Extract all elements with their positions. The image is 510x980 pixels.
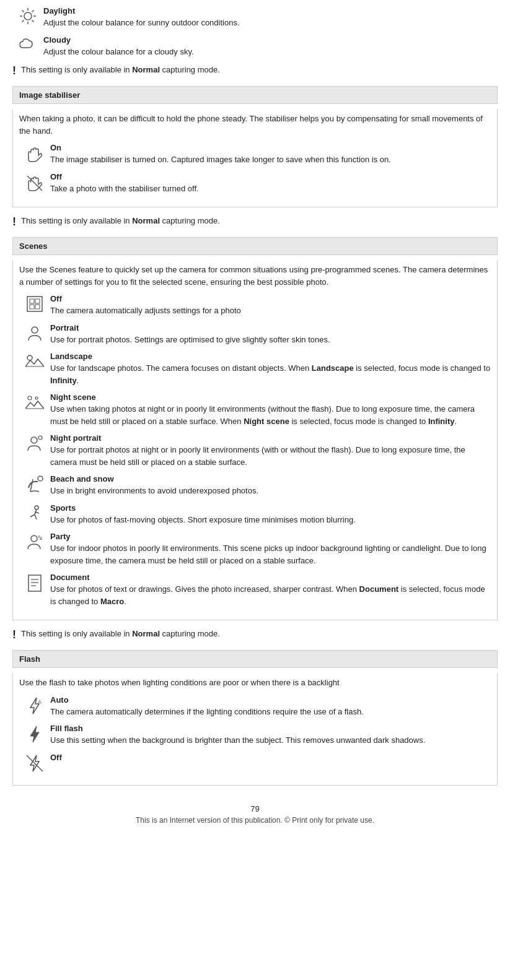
scene-off-icon — [19, 294, 50, 313]
scene-nightscene-desc: Use when taking photos at night or in po… — [50, 403, 491, 427]
svg-rect-34 — [29, 575, 41, 591]
flash-auto-item: A Auto The camera automatically determin… — [19, 695, 491, 718]
flash-off-content: Off — [50, 753, 491, 763]
note2-bold: Normal — [132, 216, 160, 225]
document-svg — [26, 574, 43, 592]
cloud-svg — [19, 37, 37, 51]
scene-landscape-title: Landscape — [50, 352, 491, 361]
svg-rect-13 — [30, 305, 34, 309]
svg-point-15 — [32, 327, 38, 333]
sports-svg — [25, 505, 44, 523]
flash-auto-svg: A — [25, 696, 44, 715]
nightscene-svg — [25, 394, 44, 412]
scene-off-svg — [26, 295, 43, 313]
scene-document-content: Document Use for photos of text or drawi… — [50, 573, 491, 607]
scene-document-title: Document — [50, 573, 491, 582]
note2-icon: ! — [12, 215, 16, 228]
svg-line-6 — [32, 20, 34, 22]
svg-point-21 — [31, 437, 37, 443]
flash-auto-title: Auto — [50, 695, 491, 705]
nightportrait-svg — [25, 435, 44, 453]
note3-icon: ! — [12, 628, 16, 641]
scene-portrait-icon — [19, 323, 50, 342]
scene-landscape-item: Landscape Use for landscape photos. The … — [19, 352, 491, 386]
cloud-icon — [12, 35, 43, 51]
note1-bold: Normal — [132, 65, 160, 74]
stabiliser-on-content: On The image stabiliser is turned on. Ca… — [50, 143, 491, 166]
svg-point-18 — [28, 396, 32, 400]
flash-fill-icon — [19, 724, 50, 744]
flash-body: Use the flash to take photos when lighti… — [12, 673, 498, 786]
scene-party-icon — [19, 532, 50, 552]
scene-nightportrait-icon — [19, 433, 50, 453]
stabiliser-on-item: On The image stabiliser is turned on. Ca… — [19, 143, 491, 166]
image-stabiliser-body: When taking a photo, it can be difficult… — [12, 109, 498, 207]
note1-icon: ! — [12, 64, 16, 77]
scene-nightportrait-content: Night portrait Use for portrait photos a… — [50, 433, 491, 468]
scene-beach-title: Beach and snow — [50, 474, 491, 483]
stabiliser-off-content: Off Take a photo with the stabiliser tur… — [50, 172, 491, 195]
svg-rect-14 — [35, 305, 40, 309]
note3: ! This setting is only available in Norm… — [12, 628, 498, 641]
image-stabiliser-header: Image stabiliser — [12, 86, 498, 104]
scene-landscape-desc: Use for landscape photos. The camera foc… — [50, 362, 491, 386]
daylight-item: Daylight Adjust the colour balance for s… — [12, 6, 498, 29]
scene-sports-desc: Use for photos of fast-moving objects. S… — [50, 514, 491, 526]
flash-desc: Use the flash to take photos when lighti… — [19, 677, 491, 689]
scene-document-desc: Use for photos of text or drawings. Give… — [50, 583, 491, 607]
page-number: 79 — [12, 804, 498, 813]
flash-off-title: Off — [50, 753, 491, 762]
scene-party-desc: Use for indoor photos in poorly lit envi… — [50, 542, 491, 566]
scene-nightportrait-item: Night portrait Use for portrait photos a… — [19, 433, 491, 468]
scene-sports-title: Sports — [50, 503, 491, 513]
cloudy-content: Cloudy Adjust the colour balance for a c… — [43, 35, 498, 58]
scene-beach-desc: Use in bright environments to avoid unde… — [50, 485, 491, 497]
svg-rect-12 — [35, 299, 40, 303]
daylight-title: Daylight — [43, 6, 498, 15]
image-stabiliser-desc: When taking a photo, it can be difficult… — [19, 113, 491, 137]
stabiliser-off-item: Off Take a photo with the stabiliser tur… — [19, 172, 491, 195]
scene-beach-item: Beach and snow Use in bright environment… — [19, 474, 491, 497]
svg-point-0 — [24, 12, 32, 20]
scene-nightscene-item: Night scene Use when taking photos at ni… — [19, 392, 491, 427]
scene-nightscene-content: Night scene Use when taking photos at ni… — [50, 392, 491, 427]
flash-off-item: Off — [19, 753, 491, 773]
flash-header: Flash — [12, 650, 498, 668]
scene-landscape-icon — [19, 352, 50, 370]
stabiliser-off-title: Off — [50, 172, 491, 181]
flash-off-svg — [25, 754, 44, 773]
landscape-svg — [25, 353, 44, 370]
svg-text:A: A — [38, 699, 42, 705]
svg-line-28 — [35, 514, 37, 519]
scene-sports-icon — [19, 503, 50, 523]
stabiliser-on-title: On — [50, 143, 491, 152]
note2-text: This setting is only available in Normal… — [21, 215, 220, 227]
flash-fill-desc: Use this setting when the background is … — [50, 734, 491, 747]
scenes-header: Scenes — [12, 237, 498, 255]
scene-nightportrait-title: Night portrait — [50, 433, 491, 443]
note1: ! This setting is only available in Norm… — [12, 64, 498, 77]
flash-auto-content: Auto The camera automatically determines… — [50, 695, 491, 718]
scene-beach-content: Beach and snow Use in bright environment… — [50, 474, 491, 497]
scene-portrait-desc: Use for portrait photos. Settings are op… — [50, 334, 491, 346]
sun-icon — [12, 6, 43, 25]
image-stabiliser-section: Image stabiliser When taking a photo, it… — [12, 86, 498, 207]
scenes-desc: Use the Scenes feature to quickly set up… — [19, 264, 491, 288]
svg-line-7 — [32, 11, 34, 12]
scenes-section: Scenes Use the Scenes feature to quickly… — [12, 237, 498, 620]
scenes-body: Use the Scenes feature to quickly set up… — [12, 260, 498, 620]
daylight-content: Daylight Adjust the colour balance for s… — [43, 6, 498, 29]
scene-party-title: Party — [50, 532, 491, 541]
scene-off-content: Off The camera automatically adjusts set… — [50, 294, 491, 317]
svg-line-32 — [40, 537, 42, 539]
scene-document-item: Document Use for photos of text or drawi… — [19, 573, 491, 607]
svg-point-30 — [31, 536, 37, 542]
note3-text: This setting is only available in Normal… — [21, 628, 220, 640]
svg-line-23 — [30, 479, 33, 492]
footer-section: 79 This is an Internet version of this p… — [12, 804, 498, 825]
scene-off-item: Off The camera automatically adjusts set… — [19, 294, 491, 317]
flash-fill-content: Fill flash Use this setting when the bac… — [50, 724, 491, 747]
stabiliser-off-desc: Take a photo with the stabiliser turned … — [50, 183, 491, 195]
flash-auto-desc: The camera automatically determines if t… — [50, 706, 491, 718]
footer-text: This is an Internet version of this publ… — [12, 816, 498, 825]
